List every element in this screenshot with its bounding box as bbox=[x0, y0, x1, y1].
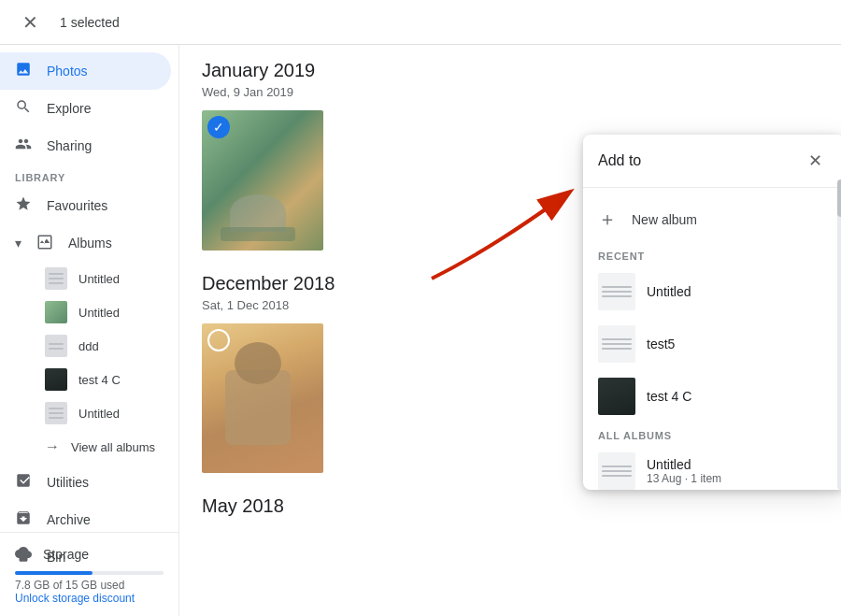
sidebar-archive-label: Archive bbox=[47, 512, 91, 527]
new-album-item[interactable]: ＋ New album bbox=[583, 195, 841, 243]
photo-selected-check: ✓ bbox=[207, 116, 230, 138]
sidebar-albums-label: Albums bbox=[68, 236, 112, 251]
storage-used-text: 7.8 GB of 15 GB used bbox=[15, 579, 164, 592]
album-sub-item-untitled-2[interactable]: Untitled bbox=[0, 295, 178, 329]
album-thumb-ddd bbox=[45, 335, 67, 357]
albums-icon bbox=[36, 234, 53, 253]
sidebar-explore-label: Explore bbox=[47, 101, 91, 116]
album-thumb-untitled-1 bbox=[45, 267, 67, 290]
storage-item[interactable]: Storage bbox=[15, 544, 164, 564]
month-date-jan2019: Wed, 9 Jan 2019 bbox=[202, 85, 819, 99]
all-albums-section-label: ALL ALBUMS bbox=[583, 423, 841, 445]
photo-unselected-circle bbox=[207, 329, 230, 351]
content-area: January 2019 Wed, 9 Jan 2019 ✓ December … bbox=[179, 45, 841, 616]
dialog-album-name-test4c: test 4 C bbox=[647, 389, 691, 404]
album-name-ddd: ddd bbox=[78, 339, 99, 353]
dialog-all-album-untitled[interactable]: Untitled 13 Aug · 1 item bbox=[583, 445, 841, 490]
sidebar-item-albums[interactable]: ▾ Albums bbox=[0, 224, 171, 262]
sharing-icon bbox=[15, 136, 32, 157]
storage-label: Storage bbox=[43, 547, 89, 562]
arrow-right-icon: → bbox=[45, 438, 60, 455]
top-bar: ✕ 1 selected bbox=[0, 0, 841, 45]
album-thumb-test4c bbox=[45, 368, 67, 391]
dialog-album-thumb-test4c-dialog bbox=[598, 378, 635, 415]
dialog-body: ＋ New album RECENT Untitled bbox=[583, 188, 841, 490]
dialog-all-album-name-untitled: Untitled bbox=[647, 457, 721, 472]
new-album-label: New album bbox=[632, 212, 697, 227]
album-sub-item-ddd[interactable]: ddd bbox=[0, 329, 178, 363]
add-icon: ＋ bbox=[598, 207, 617, 232]
explore-icon bbox=[15, 98, 32, 120]
close-button[interactable]: ✕ bbox=[15, 7, 45, 37]
dialog-scrollbar-thumb bbox=[837, 179, 841, 217]
dialog-album-thumb-test5 bbox=[598, 325, 635, 363]
sidebar: Photos Explore Sharing LIBRARY Favourite… bbox=[0, 45, 179, 616]
view-all-albums[interactable]: → View all albums bbox=[0, 430, 178, 464]
dialog-album-thumb-untitled bbox=[598, 273, 635, 310]
dialog-album-name-untitled: Untitled bbox=[647, 284, 691, 299]
storage-section: Storage 7.8 GB of 15 GB used Unlock stor… bbox=[0, 532, 178, 616]
sidebar-item-sharing[interactable]: Sharing bbox=[0, 127, 171, 165]
sidebar-item-utilities[interactable]: Utilities bbox=[0, 464, 171, 501]
dialog-scrollbar[interactable] bbox=[837, 179, 841, 490]
dialog-album-info-test4c: test 4 C bbox=[647, 389, 691, 404]
album-name-test4c: test 4 C bbox=[78, 373, 121, 387]
unlock-storage-link[interactable]: Unlock storage discount bbox=[15, 592, 164, 605]
dialog-album-info-untitled: Untitled bbox=[647, 284, 691, 299]
utilities-icon bbox=[15, 472, 32, 494]
dialog-all-album-meta-untitled: 13 Aug · 1 item bbox=[647, 472, 721, 485]
album-name-untitled-1: Untitled bbox=[78, 272, 120, 286]
storage-cloud-icon bbox=[15, 544, 32, 564]
sidebar-utilities-label: Utilities bbox=[47, 475, 89, 490]
dialog-all-album-info-untitled: Untitled 13 Aug · 1 item bbox=[647, 457, 721, 485]
library-section-label: LIBRARY bbox=[0, 165, 178, 187]
photo-item-fountain[interactable]: ✓ bbox=[202, 110, 323, 251]
dialog-title: Add to bbox=[598, 152, 641, 169]
add-to-dialog: Add to ✕ ＋ New album RECENT Untitled bbox=[583, 135, 841, 490]
month-section-may2018: May 2018 bbox=[202, 495, 819, 517]
dialog-header: Add to ✕ bbox=[583, 135, 841, 188]
photo-item-cat[interactable] bbox=[202, 323, 323, 473]
dialog-album-untitled[interactable]: Untitled bbox=[583, 265, 841, 318]
month-title-may2018: May 2018 bbox=[202, 495, 819, 517]
archive-icon bbox=[15, 509, 32, 531]
album-sub-item-untitled-1[interactable]: Untitled bbox=[0, 262, 178, 295]
album-name-untitled-3: Untitled bbox=[78, 407, 120, 421]
dialog-album-test4c[interactable]: test 4 C bbox=[583, 370, 841, 423]
photos-icon bbox=[15, 61, 32, 82]
dialog-album-name-test5: test5 bbox=[647, 337, 675, 351]
album-name-untitled-2: Untitled bbox=[78, 306, 120, 320]
sidebar-item-explore[interactable]: Explore bbox=[0, 90, 171, 127]
storage-bar bbox=[15, 571, 164, 575]
dialog-album-info-test5: test5 bbox=[647, 337, 675, 351]
dialog-close-button[interactable]: ✕ bbox=[800, 146, 830, 176]
dialog-album-test5[interactable]: test5 bbox=[583, 318, 841, 370]
sidebar-item-photos[interactable]: Photos bbox=[0, 52, 171, 90]
favourites-icon bbox=[15, 195, 32, 217]
sidebar-item-favourites[interactable]: Favourites bbox=[0, 187, 171, 224]
selected-count: 1 selected bbox=[60, 15, 120, 30]
album-thumb-untitled-2 bbox=[45, 301, 67, 323]
dialog-all-album-thumb-untitled bbox=[598, 452, 635, 490]
storage-bar-fill bbox=[15, 571, 93, 575]
sidebar-sharing-label: Sharing bbox=[47, 138, 92, 153]
album-thumb-untitled-3 bbox=[45, 402, 67, 424]
album-sub-item-test4c[interactable]: test 4 C bbox=[0, 363, 178, 396]
main-layout: Photos Explore Sharing LIBRARY Favourite… bbox=[0, 45, 841, 616]
sidebar-favourites-label: Favourites bbox=[47, 198, 107, 213]
month-title-jan2019: January 2019 bbox=[202, 60, 819, 81]
expand-icon: ▾ bbox=[15, 236, 21, 251]
sidebar-photos-label: Photos bbox=[47, 64, 88, 79]
view-all-label: View all albums bbox=[71, 440, 155, 454]
album-sub-item-untitled-3[interactable]: Untitled bbox=[0, 396, 178, 430]
recent-section-label: RECENT bbox=[583, 243, 841, 265]
